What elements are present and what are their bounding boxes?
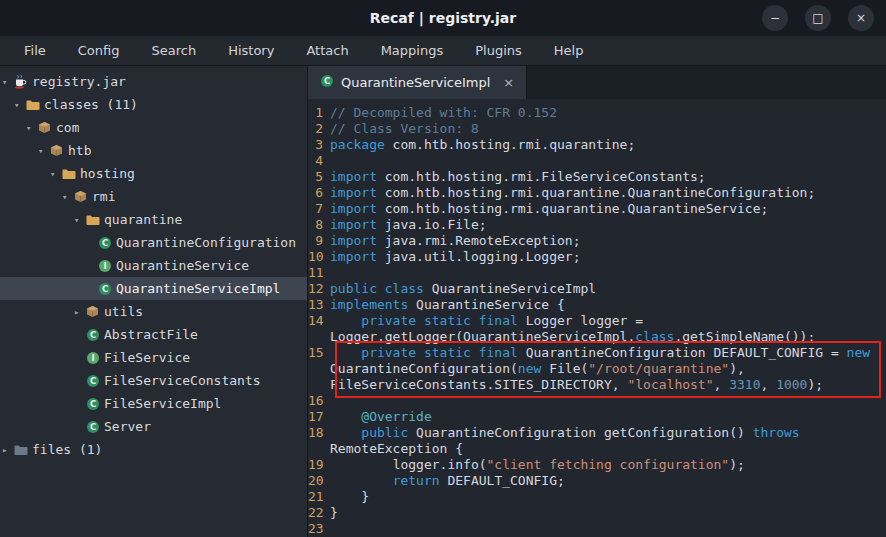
code-text: [330, 265, 886, 281]
line-number: 18: [308, 425, 330, 441]
line-number: 2: [308, 121, 330, 137]
line-number: 19: [308, 457, 330, 473]
code-line: 20 return DEFAULT_CONFIG;: [308, 473, 886, 489]
interface-icon: I: [85, 351, 100, 365]
menu-item-config[interactable]: Config: [62, 36, 136, 65]
tree-item-com[interactable]: ▾com: [0, 116, 307, 139]
tree-item-htb[interactable]: ▾htb: [0, 139, 307, 162]
tree-item-label: registry.jar: [32, 74, 126, 89]
tree-item-quarantine[interactable]: ▾quarantine: [0, 208, 307, 231]
tree-item-classes-11[interactable]: ▾classes (11): [0, 93, 307, 116]
tab-close-icon[interactable]: ×: [503, 75, 514, 90]
close-button[interactable]: ×: [848, 5, 874, 31]
minimize-button[interactable]: −: [762, 5, 788, 31]
menu-item-plugins[interactable]: Plugins: [459, 36, 538, 65]
tree-item-label: QuarantineService: [116, 258, 249, 273]
code-text: package com.htb.hosting.rmi.quarantine;: [330, 137, 886, 153]
tree-item-rmi[interactable]: ▾rmi: [0, 185, 307, 208]
menu-item-mappings[interactable]: Mappings: [365, 36, 460, 65]
line-number: 21: [308, 489, 330, 505]
maximize-button[interactable]: □: [805, 5, 831, 31]
tree-item-label: QuarantineServiceImpl: [116, 281, 280, 296]
tree-item-server[interactable]: CServer: [0, 415, 307, 438]
svg-text:C: C: [89, 330, 95, 340]
code-line: 7import com.htb.hosting.rmi.quarantine.Q…: [308, 201, 886, 217]
chevron-right-icon[interactable]: ▸: [2, 445, 13, 455]
folder-icon: [61, 168, 76, 180]
tree-item-quarantineservice[interactable]: IQuarantineService: [0, 254, 307, 277]
tree-item-fileservice[interactable]: IFileService: [0, 346, 307, 369]
class-icon: C: [97, 236, 112, 250]
chevron-down-icon[interactable]: ▾: [62, 192, 73, 202]
tree-item-label: quarantine: [104, 212, 182, 227]
line-number: 9: [308, 233, 330, 249]
tree-item-label: QuarantineConfiguration: [116, 235, 296, 250]
folder-icon: [25, 99, 40, 111]
class-icon: C: [85, 420, 100, 434]
class-icon: C: [320, 74, 334, 91]
line-number: 8: [308, 217, 330, 233]
chevron-down-icon[interactable]: ▾: [50, 169, 61, 179]
code-text: import java.util.logging.Logger;: [330, 249, 886, 265]
code-text: import java.rmi.RemoteException;: [330, 233, 886, 249]
tree-item-hosting[interactable]: ▾hosting: [0, 162, 307, 185]
tab-quarantineserviceimpl[interactable]: C QuarantineServiceImpl ×: [308, 66, 527, 99]
tab-bar: C QuarantineServiceImpl ×: [308, 66, 886, 99]
chevron-down-icon[interactable]: ▾: [2, 77, 13, 87]
code-line: 9import java.rmi.RemoteException;: [308, 233, 886, 249]
package-icon: [49, 144, 64, 157]
class-icon: C: [85, 374, 100, 388]
folder-files-icon: [13, 444, 28, 456]
code-text: [330, 521, 886, 537]
tree-item-label: Server: [104, 419, 151, 434]
tree-item-label: htb: [68, 143, 91, 158]
package-icon: [37, 121, 52, 134]
code-text: [330, 393, 886, 409]
svg-text:C: C: [101, 238, 107, 248]
code-line: 23: [308, 521, 886, 537]
interface-icon: I: [97, 259, 112, 273]
menu-item-search[interactable]: Search: [135, 36, 212, 65]
code-line: 4: [308, 153, 886, 169]
tree-item-files-1[interactable]: ▸files (1): [0, 438, 307, 461]
main-split: ▾registry.jar▾classes (11)▾com▾htb▾hosti…: [0, 66, 886, 537]
code-editor[interactable]: 1// Decompiled with: CFR 0.1522// Class …: [308, 99, 886, 537]
code-lines: 1// Decompiled with: CFR 0.1522// Class …: [308, 105, 886, 537]
tree-item-quarantineconfiguration[interactable]: CQuarantineConfiguration: [0, 231, 307, 254]
app-window: Recaf | registry.jar − □ × FileConfigSea…: [0, 0, 886, 537]
tree-item-abstractfile[interactable]: CAbstractFile: [0, 323, 307, 346]
menu-bar: FileConfigSearchHistoryAttachMappingsPlu…: [0, 36, 886, 66]
code-line: 17 @Override: [308, 409, 886, 425]
title-bar: Recaf | registry.jar − □ ×: [0, 0, 886, 36]
tree-item-fileserviceconstants[interactable]: CFileServiceConstants: [0, 369, 307, 392]
tree-item-label: FileService: [104, 350, 190, 365]
line-number: 13: [308, 297, 330, 313]
menu-item-help[interactable]: Help: [538, 36, 600, 65]
chevron-down-icon[interactable]: ▾: [74, 215, 85, 225]
chevron-down-icon[interactable]: ▾: [14, 100, 25, 110]
chevron-right-icon[interactable]: ▸: [74, 307, 85, 317]
tree-item-fileserviceimpl[interactable]: CFileServiceImpl: [0, 392, 307, 415]
chevron-down-icon[interactable]: ▾: [38, 146, 49, 156]
tree-item-quarantineserviceimpl[interactable]: CQuarantineServiceImpl: [0, 277, 307, 300]
tree-item-registry-jar[interactable]: ▾registry.jar: [0, 70, 307, 93]
package-icon: [85, 305, 100, 318]
svg-text:C: C: [101, 284, 107, 294]
line-number: 22: [308, 505, 330, 521]
menu-item-attach[interactable]: Attach: [290, 36, 364, 65]
code-line: 22}: [308, 505, 886, 521]
code-line: 11: [308, 265, 886, 281]
code-text: return DEFAULT_CONFIG;: [330, 473, 886, 489]
code-line: 16: [308, 393, 886, 409]
tab-label: QuarantineServiceImpl: [341, 75, 490, 90]
tree-item-utils[interactable]: ▸utils: [0, 300, 307, 323]
line-number: 12: [308, 281, 330, 297]
code-line: 1// Decompiled with: CFR 0.152: [308, 105, 886, 121]
menu-item-history[interactable]: History: [212, 36, 290, 65]
line-number: 23: [308, 521, 330, 537]
svg-text:C: C: [89, 422, 95, 432]
menu-item-file[interactable]: File: [8, 36, 62, 65]
chevron-down-icon[interactable]: ▾: [26, 123, 37, 133]
code-text: @Override: [330, 409, 886, 425]
line-number: 10: [308, 249, 330, 265]
